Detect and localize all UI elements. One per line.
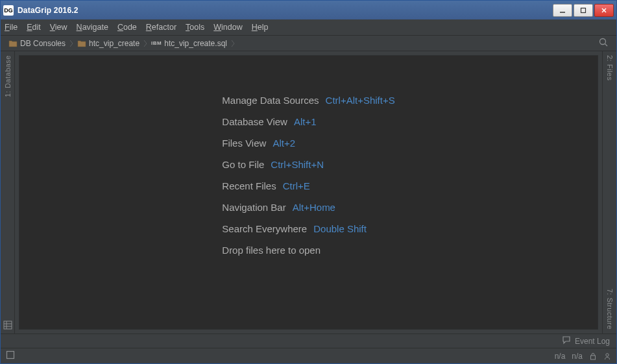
svg-line-5 (605, 44, 608, 47)
speech-bubble-icon (562, 335, 571, 346)
menu-help-label: elp (258, 23, 269, 32)
lock-icon[interactable] (589, 352, 597, 360)
breadcrumb-label: htc_vip_create (89, 39, 139, 48)
menu-view[interactable]: View (50, 23, 67, 32)
sidebar-tool-structure[interactable]: 7: Structure (605, 285, 615, 334)
sidebar-tool-label: 2: Files (606, 55, 614, 80)
tip-database-view: Database View Alt+1 (222, 116, 394, 127)
minimize-button[interactable] (553, 4, 572, 17)
menu-view-label: iew (55, 23, 67, 32)
tip-label: Search Everywhere (222, 223, 307, 234)
sidebar-tool-label: 1: Database (4, 55, 12, 97)
tip-shortcut: Ctrl+Shift+N (271, 159, 324, 170)
breadcrumb-label: htc_vip_create.sql (164, 39, 227, 48)
status-pos2[interactable]: n/a (572, 352, 583, 361)
right-tool-gutter: 2: Files 7: Structure (602, 51, 616, 334)
tip-label: Database View (222, 116, 287, 127)
menu-refactor-label: efactor (152, 23, 176, 32)
menu-tools[interactable]: Tools (186, 23, 204, 32)
tip-label: Recent Files (222, 180, 276, 191)
menu-edit-label: dit (32, 23, 41, 32)
titlebar: DG DataGrip 2016.2 (1, 1, 616, 19)
tip-label: Navigation Bar (222, 202, 285, 213)
menu-navigate[interactable]: Navigate (77, 23, 108, 32)
editor-empty-state[interactable]: Manage Data Sources Ctrl+Alt+Shift+S Dat… (19, 55, 598, 330)
menu-file[interactable]: File (5, 23, 18, 32)
svg-rect-11 (591, 356, 596, 359)
svg-rect-6 (4, 321, 12, 329)
breadcrumb-separator-icon (230, 36, 236, 51)
svg-rect-1 (581, 8, 586, 12)
svg-rect-10 (7, 352, 14, 359)
window-controls (551, 4, 614, 17)
menu-refactor[interactable]: Refactor (146, 23, 176, 32)
tip-shortcut: Alt+2 (272, 138, 295, 149)
breadcrumb-file[interactable]: IBM htc_vip_create.sql (149, 36, 230, 51)
menu-navigate-label: avigate (82, 23, 108, 32)
tip-manage-data-sources: Manage Data Sources Ctrl+Alt+Shift+S (222, 95, 394, 106)
editor-wrap: Manage Data Sources Ctrl+Alt+Shift+S Dat… (15, 51, 602, 334)
tip-shortcut: Alt+1 (294, 116, 317, 127)
breadcrumb-htc-vip-create[interactable]: htc_vip_create (75, 36, 142, 51)
left-tool-gutter: 1: Database (1, 51, 15, 334)
tips-list: Manage Data Sources Ctrl+Alt+Shift+S Dat… (222, 95, 394, 256)
breadcrumb-separator-icon (68, 36, 75, 51)
breadcrumb-db-consoles[interactable]: DB Consoles (6, 36, 68, 51)
tip-shortcut: Alt+Home (293, 202, 335, 213)
window-title: DataGrip 2016.2 (18, 6, 551, 15)
close-button[interactable] (594, 4, 614, 17)
tip-drop-files: Drop files here to open (222, 245, 394, 256)
tip-files-view: Files View Alt+2 (222, 138, 394, 149)
tip-go-to-file: Go to File Ctrl+Shift+N (222, 159, 394, 170)
tip-shortcut: Double Shift (313, 223, 367, 234)
tip-recent-files: Recent Files Ctrl+E (222, 180, 394, 191)
menu-tools-label: ools (189, 23, 204, 32)
search-icon[interactable] (596, 37, 611, 49)
tip-label: Go to File (222, 159, 264, 170)
work-area: 1: Database Manage Data Sources Ctrl+Alt… (1, 51, 616, 334)
tip-shortcut: Ctrl+Alt+Shift+S (326, 95, 395, 106)
sidebar-tool-database[interactable]: 1: Database (3, 51, 13, 101)
folder-icon (8, 40, 18, 47)
hector-icon[interactable] (603, 352, 611, 360)
breadcrumb-label: DB Consoles (20, 39, 66, 48)
menu-help[interactable]: Help (252, 23, 269, 32)
tip-label: Files View (222, 138, 266, 149)
sidebar-tool-files[interactable]: 2: Files (605, 51, 615, 84)
app-window: DG DataGrip 2016.2 File Edit View Naviga… (0, 0, 617, 364)
tip-label: Drop files here to open (222, 245, 321, 256)
menu-window[interactable]: Window (213, 23, 242, 32)
menu-code[interactable]: Code (117, 23, 137, 32)
status-pos1[interactable]: n/a (555, 352, 566, 361)
navigation-bar: DB Consoles htc_vip_create IBM htc_vip_c… (1, 35, 616, 51)
breadcrumb-separator-icon (142, 36, 149, 51)
tip-navigation-bar: Navigation Bar Alt+Home (222, 202, 394, 213)
event-log-label: Event Log (575, 337, 610, 346)
menu-edit[interactable]: Edit (27, 23, 41, 32)
ibm-tag-icon: IBM (151, 40, 162, 46)
maximize-button[interactable] (574, 4, 593, 17)
folder-icon (77, 40, 86, 47)
tip-shortcut: Ctrl+E (283, 180, 310, 191)
tip-label: Manage Data Sources (222, 95, 319, 106)
svg-point-12 (606, 353, 609, 356)
statusbar: n/a n/a (1, 348, 616, 363)
tool-window-toggle-icon[interactable] (6, 350, 15, 361)
menu-code-label: ode (123, 23, 137, 32)
table-icon[interactable] (1, 318, 15, 334)
tip-search-everywhere: Search Everywhere Double Shift (222, 223, 394, 234)
svg-point-4 (600, 39, 606, 45)
event-log-button[interactable]: Event Log (562, 335, 610, 346)
sidebar-tool-label: 7: Structure (606, 289, 614, 330)
app-icon: DG (3, 5, 14, 16)
event-log-bar: Event Log (1, 334, 616, 348)
menu-window-label: indow (221, 23, 243, 32)
menubar: File Edit View Navigate Code Refactor To… (1, 19, 616, 35)
menu-file-label: ile (10, 23, 18, 32)
